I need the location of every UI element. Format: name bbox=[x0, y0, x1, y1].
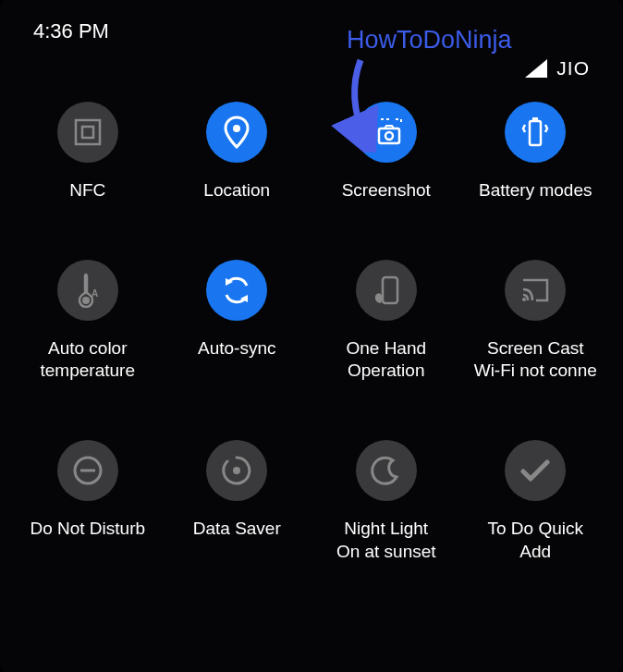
tile-label: Auto color temperature bbox=[41, 337, 135, 383]
sync-icon bbox=[206, 260, 267, 321]
svg-rect-6 bbox=[530, 121, 541, 145]
svg-point-8 bbox=[82, 297, 90, 304]
svg-rect-2 bbox=[82, 127, 93, 138]
tile-label: Data Saver bbox=[193, 518, 281, 541]
tile-label: Battery modes bbox=[479, 179, 592, 202]
annotation-arrow-icon bbox=[296, 51, 397, 153]
data-saver-icon bbox=[206, 440, 267, 501]
tile-auto-color-temperature[interactable]: A Auto color temperature bbox=[13, 260, 163, 383]
location-icon bbox=[206, 102, 267, 163]
tile-data-saver[interactable]: Data Saver bbox=[163, 440, 312, 563]
quick-settings-panel: 4:36 PM HowToDoNinja JIO NFC bbox=[0, 0, 623, 672]
tile-label: To Do Quick Add bbox=[488, 518, 583, 563]
tile-label: NFC bbox=[69, 179, 105, 202]
cast-icon bbox=[505, 260, 566, 321]
tile-location[interactable]: Location bbox=[163, 102, 312, 202]
checkmark-icon bbox=[505, 440, 566, 501]
tile-screen-cast[interactable]: Screen Cast Wi-Fi not conne bbox=[461, 260, 611, 383]
tile-label: Auto-sync bbox=[198, 337, 275, 360]
tile-nfc[interactable]: NFC bbox=[13, 102, 163, 202]
tile-label: One Hand Operation bbox=[346, 337, 426, 383]
tile-label: Screenshot bbox=[342, 179, 431, 202]
moon-icon bbox=[356, 440, 417, 501]
tile-label: Location bbox=[203, 179, 270, 202]
tile-auto-sync[interactable]: Auto-sync bbox=[163, 260, 312, 383]
svg-rect-7 bbox=[532, 117, 538, 121]
svg-point-16 bbox=[233, 467, 240, 474]
nfc-icon bbox=[57, 102, 118, 163]
battery-icon bbox=[505, 102, 566, 163]
thermometer-icon: A bbox=[57, 260, 118, 321]
tile-battery-modes[interactable]: Battery modes bbox=[461, 102, 611, 202]
svg-point-13 bbox=[522, 298, 526, 301]
svg-point-3 bbox=[233, 125, 240, 132]
svg-rect-12 bbox=[383, 277, 397, 303]
tile-label: Night Light On at sunset bbox=[336, 518, 436, 563]
tile-label: Screen Cast Wi-Fi not conne bbox=[474, 337, 597, 383]
svg-rect-1 bbox=[76, 120, 100, 144]
clock-time: 4:36 PM bbox=[33, 19, 109, 43]
tile-todo-quick-add[interactable]: To Do Quick Add bbox=[461, 440, 611, 563]
signal-icon bbox=[525, 59, 547, 78]
annotation-label: HowToDoNinja bbox=[347, 26, 512, 55]
carrier-label: JIO bbox=[556, 57, 590, 79]
status-bar: 4:36 PM bbox=[6, 0, 617, 46]
tile-one-hand-operation[interactable]: One Hand Operation bbox=[312, 260, 461, 383]
tile-label: Do Not Disturb bbox=[30, 518, 145, 541]
dnd-icon bbox=[57, 440, 118, 501]
tile-night-light[interactable]: Night Light On at sunset bbox=[312, 440, 461, 563]
one-hand-icon bbox=[356, 260, 417, 321]
tile-do-not-disturb[interactable]: Do Not Disturb bbox=[13, 440, 163, 563]
svg-text:A: A bbox=[92, 288, 98, 299]
